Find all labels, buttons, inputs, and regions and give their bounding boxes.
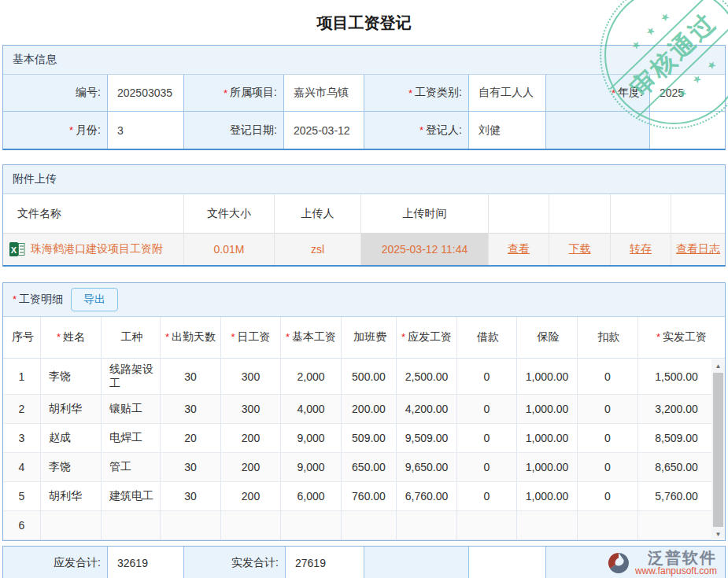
field-label-wage-type: *工资类别: <box>364 75 469 112</box>
table-row: 1李饶线路架设工303002,000500.002,500.0001,000.0… <box>3 359 715 395</box>
field-label-year: *年度: <box>546 75 650 112</box>
col-upload-time: 上传时间 <box>361 194 489 234</box>
col-actual-wage: *实发工资 <box>638 317 725 359</box>
excel-file-icon: X <box>9 242 25 256</box>
col-basic-wage: *基本工资 <box>281 317 342 359</box>
col-name: *姓名 <box>41 317 102 359</box>
totals-blank-cell <box>469 547 546 578</box>
table-row: 2胡利华镶贴工303004,000200.004,200.0001,000.00… <box>3 395 715 424</box>
basic-info-title: 基本信息 <box>13 53 57 67</box>
table-row: 3赵成电焊工202009,000509.009,509.0001,000.000… <box>3 424 715 453</box>
field-value-registrar: 刘健 <box>469 112 546 149</box>
scroll-up-icon[interactable]: ▲ <box>711 359 725 372</box>
field-label-month: *月份: <box>3 112 108 149</box>
wage-detail-title: *工资明细 <box>13 293 63 307</box>
export-button[interactable]: 导出 <box>71 288 118 311</box>
vendor-url[interactable]: www.fanpusoft.com <box>635 566 717 576</box>
col-uploader: 上传人 <box>275 194 361 234</box>
download-link[interactable]: 下载 <box>569 242 591 256</box>
col-action-2 <box>549 194 611 234</box>
field-label-registrar: *登记人: <box>364 112 469 149</box>
field-value-register-date: 2025-03-12 <box>284 112 364 149</box>
field-label-number: 编号: <box>3 75 108 112</box>
wage-detail-section: *工资明细 导出 序号 *姓名 工种 *出勤天数 *日工资 *基本工资 加班费 … <box>2 282 726 541</box>
view-log-link[interactable]: 查看日志 <box>676 242 720 256</box>
col-work-type: 工种 <box>102 317 161 359</box>
col-daily-wage: *日工资 <box>221 317 281 359</box>
field-label-empty <box>546 112 650 149</box>
attachment-uploader: zsl <box>275 234 361 265</box>
col-deduction: 扣款 <box>578 317 638 359</box>
col-action-3 <box>611 194 671 234</box>
vendor-name: 泛普软件 <box>648 550 717 565</box>
scrollbar-thumb[interactable] <box>713 373 723 527</box>
col-loan: 借款 <box>457 317 517 359</box>
save-copy-link[interactable]: 转存 <box>630 242 652 256</box>
wage-table-header: 序号 *姓名 工种 *出勤天数 *日工资 *基本工资 加班费 *应发工资 借款 … <box>3 317 725 359</box>
actual-total-value: 27619 <box>286 547 364 578</box>
totals-row: 应发合计: 32619 实发合计: 27619 泛普软件 www.fanpuso… <box>2 546 726 578</box>
field-value-number: 202503035 <box>108 75 184 112</box>
col-action-1 <box>489 194 549 234</box>
col-attendance-days: *出勤天数 <box>161 317 221 359</box>
col-payable-wage: *应发工资 <box>397 317 457 359</box>
vendor-logo: 泛普软件 www.fanpusoft.com <box>546 550 725 576</box>
table-row: 4李饶管工302009,000650.009,650.0001,000.0008… <box>3 453 715 482</box>
actual-total-label: 实发合计: <box>184 547 286 578</box>
field-value-empty <box>650 112 725 149</box>
page-title: 项目工资登记 <box>0 0 728 45</box>
col-file-size: 文件大小 <box>184 194 275 234</box>
scroll-down-icon[interactable]: ▼ <box>711 528 725 540</box>
table-row: 6 <box>3 511 715 540</box>
payable-total-value: 32619 <box>108 547 184 578</box>
col-action-4 <box>671 194 725 234</box>
vendor-cell: 泛普软件 www.fanpusoft.com <box>546 547 725 578</box>
col-file-name: 文件名称 <box>3 194 184 234</box>
field-value-year: 2025 <box>650 75 725 112</box>
field-value-project: 嘉兴市乌镇 <box>284 75 364 112</box>
field-label-project: *所属项目: <box>184 75 284 112</box>
col-overtime: 加班费 <box>342 317 397 359</box>
totals-blank-cell <box>364 547 469 578</box>
payable-total-label: 应发合计: <box>3 547 108 578</box>
field-value-month: 3 <box>108 112 184 149</box>
attachment-section: 附件上传 文件名称 文件大小 上传人 上传时间 X 珠海鹤港口建设项目工资附 0 <box>2 164 726 267</box>
vendor-logo-icon <box>607 551 630 575</box>
vertical-scrollbar[interactable]: ▲ ▼ <box>711 359 725 540</box>
basic-info-section: 基本信息 编号: 202503035 *所属项目: 嘉兴市乌镇 *工资类别: 自… <box>2 45 726 150</box>
attachment-row-file: X 珠海鹤港口建设项目工资附 <box>3 234 184 265</box>
col-insurance: 保险 <box>517 317 578 359</box>
field-label-register-date: 登记日期: <box>184 112 284 149</box>
attachment-upload-time: 2025-03-12 11:44 <box>361 234 489 265</box>
svg-text:X: X <box>11 245 17 255</box>
col-seq: 序号 <box>3 317 41 359</box>
table-row: 5胡利华建筑电工302006,000760.006,760.0001,000.0… <box>3 482 715 511</box>
view-link[interactable]: 查看 <box>508 242 530 256</box>
file-name-link[interactable]: 珠海鹤港口建设项目工资附 <box>31 242 163 256</box>
attachment-file-size: 0.01M <box>184 234 275 265</box>
field-value-wage-type: 自有工人人 <box>469 75 546 112</box>
attachment-title: 附件上传 <box>13 172 57 186</box>
